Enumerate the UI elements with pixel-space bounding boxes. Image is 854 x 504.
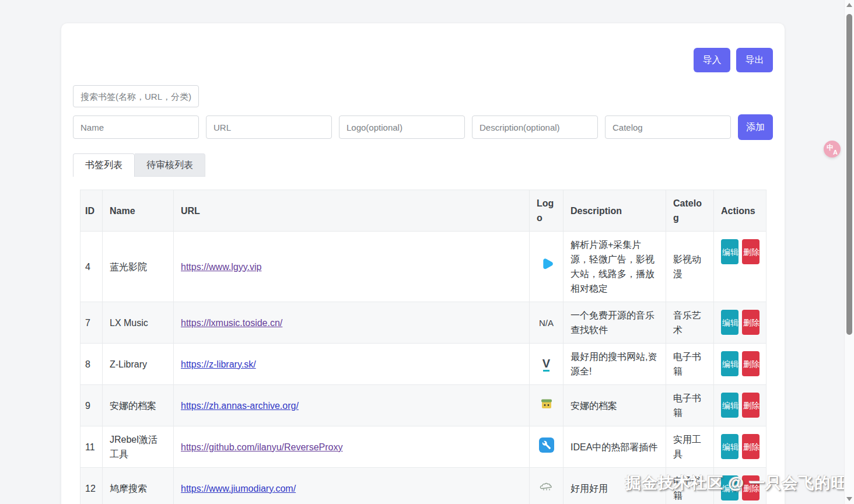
cell-url: https://www.lgyy.vip [174,232,530,302]
add-bookmark-form: 添加 [73,114,773,140]
jiumo-logo-icon [540,482,554,492]
edit-button[interactable]: 编辑 [721,310,738,335]
bookmark-url-link[interactable]: https://github.com/ilanyu/ReverseProxy [181,442,342,452]
cell-description: 安娜的档案 [564,385,666,426]
cell-name: JRebel激活工具 [103,426,174,468]
table-header-row: IDNameURLLogoDescriptionCatelogActions [80,190,766,232]
bookmarks-table: IDNameURLLogoDescriptionCatelogActions 4… [80,190,766,504]
tab-bookmark-list[interactable]: 书签列表 [73,153,135,177]
cell-description: 解析片源+采集片源，轻微广告，影视大站，线路多，播放相对稳定 [564,232,666,302]
bookmark-url-link[interactable]: https://lxmusic.toside.cn/ [181,318,282,328]
cell-catelog: 电子书籍 [666,385,714,426]
export-button[interactable]: 导出 [736,48,773,72]
scroll-down-arrow-icon[interactable] [846,497,852,501]
bookmark-table-body: 4蓝光影院https://www.lgyy.vip解析片源+采集片源，轻微广告，… [80,232,766,504]
cell-catelog: 电子书籍 [666,468,714,504]
wrench-icon [539,438,554,453]
cell-name: 鸠摩搜索 [103,468,174,504]
description-field[interactable] [472,116,598,139]
bookmark-row: 4蓝光影院https://www.lgyy.vip解析片源+采集片源，轻微广告，… [80,232,766,302]
column-header-description: Description [564,190,666,232]
cell-actions: 编辑删除 [714,232,766,302]
bookmark-table-wrap: IDNameURLLogoDescriptionCatelogActions 4… [80,190,766,504]
bookmark-url-link[interactable]: https://z-library.sk/ [181,359,256,369]
translate-badge-en: A [833,149,838,156]
cell-description: 最好用的搜书网站,资源全! [564,344,666,385]
column-header-url: URL [174,190,530,232]
cell-id: 7 [80,302,103,344]
catelog-field[interactable] [605,116,731,139]
cell-id: 12 [80,468,103,504]
url-field[interactable] [206,116,332,139]
cell-catelog: 实用工具 [666,426,714,468]
cell-actions: 编辑删除 [714,426,766,468]
edit-button[interactable]: 编辑 [721,434,738,459]
bookmark-url-link[interactable]: https://www.jiumodiary.com/ [181,484,296,494]
bookmark-row: 11JRebel激活工具https://github.com/ilanyu/Re… [80,426,766,468]
bookmark-row: 9安娜的档案https://zh.annas-archive.org/安娜的档案… [80,385,766,426]
annas-archive-logo-icon [540,397,554,410]
play-icon [539,257,554,272]
cell-id: 11 [80,426,103,468]
bookmark-url-link[interactable]: https://zh.annas-archive.org/ [181,401,299,411]
delete-button[interactable]: 删除 [742,393,760,418]
cell-actions: 编辑删除 [714,302,766,344]
cell-url: https://zh.annas-archive.org/ [174,385,530,426]
bookmark-manager-card: 导入 导出 添加 书签列表 待审核列表 IDNameURLLogoDescrip… [61,23,785,504]
cell-logo [530,468,564,504]
name-field[interactable] [73,116,199,139]
cell-name: 安娜的档案 [103,385,174,426]
delete-button[interactable]: 删除 [742,351,760,376]
scrollbar-thumb[interactable] [846,14,852,335]
zlibrary-logo-icon: V [542,358,550,372]
cell-logo: V [530,344,564,385]
cell-catelog: 音乐艺术 [666,302,714,344]
edit-button[interactable]: 编辑 [721,351,738,376]
logo-text: N/A [539,318,554,328]
cell-logo [530,232,564,302]
bookmark-row: 8Z-Libraryhttps://z-library.sk/V最好用的搜书网站… [80,344,766,385]
translate-badge-icon[interactable]: 中 A [824,141,841,158]
cell-id: 9 [80,385,103,426]
cell-name: LX Music [103,302,174,344]
bookmark-row: 12鸠摩搜索https://www.jiumodiary.com/好用好用电子书… [80,468,766,504]
column-header-id: ID [80,190,103,232]
tab-pending-list[interactable]: 待审核列表 [135,153,205,177]
cell-actions: 编辑删除 [714,385,766,426]
scrollbar[interactable] [844,0,854,504]
import-button[interactable]: 导入 [694,48,730,72]
cell-id: 8 [80,344,103,385]
toolbar: 导入 导出 [73,48,773,72]
cell-catelog: 影视动漫 [666,232,714,302]
edit-button[interactable]: 编辑 [721,475,738,501]
cell-actions: 编辑删除 [714,468,766,504]
cell-url: https://github.com/ilanyu/ReverseProxy [174,426,530,468]
cell-url: https://lxmusic.toside.cn/ [174,302,530,344]
column-header-catelog: Catelog [666,190,714,232]
logo-field[interactable] [339,116,465,139]
column-header-logo: Logo [530,190,564,232]
cell-name: Z-Library [103,344,174,385]
delete-button[interactable]: 删除 [742,310,760,335]
edit-button[interactable]: 编辑 [721,239,738,264]
bookmark-row: 7LX Musichttps://lxmusic.toside.cn/N/A一个… [80,302,766,344]
search-input[interactable] [73,85,199,107]
cell-id: 4 [80,232,103,302]
cell-logo [530,426,564,468]
delete-button[interactable]: 删除 [742,434,760,459]
cell-description: 一个免费开源的音乐查找软件 [564,302,666,344]
bookmark-url-link[interactable]: https://www.lgyy.vip [181,262,261,272]
cell-description: IDEA中的热部署插件 [564,426,666,468]
cell-name: 蓝光影院 [103,232,174,302]
column-header-actions: Actions [714,190,766,232]
cell-url: https://z-library.sk/ [174,344,530,385]
add-button[interactable]: 添加 [738,114,773,140]
cell-logo: N/A [530,302,564,344]
column-header-name: Name [103,190,174,232]
scroll-up-arrow-icon[interactable] [846,3,852,7]
tab-bar: 书签列表 待审核列表 [73,153,773,177]
delete-button[interactable]: 删除 [742,475,760,501]
cell-url: https://www.jiumodiary.com/ [174,468,530,504]
delete-button[interactable]: 删除 [742,239,760,264]
edit-button[interactable]: 编辑 [721,393,738,418]
